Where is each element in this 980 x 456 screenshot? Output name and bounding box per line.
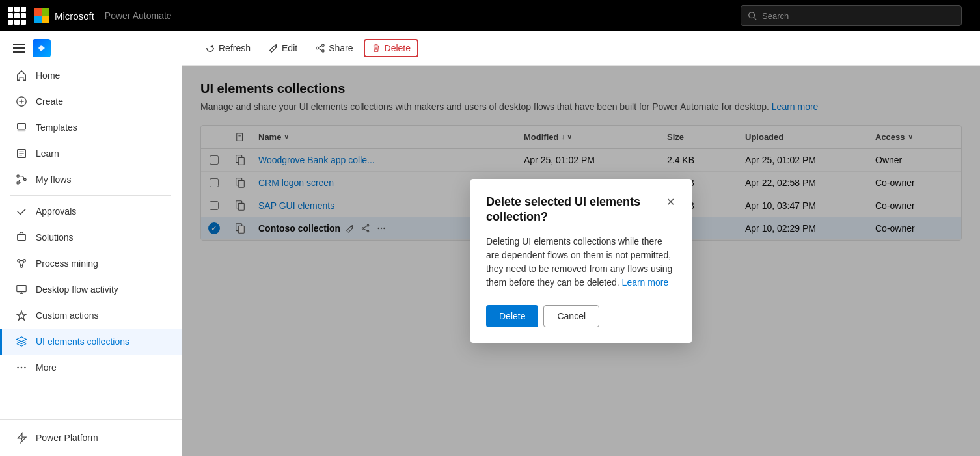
page-body: UI elements collections Manage and share… [182, 66, 980, 456]
sidebar-item-create[interactable]: Create [0, 88, 182, 114]
refresh-button[interactable]: Refresh [198, 39, 258, 57]
learn-icon [15, 147, 28, 160]
svg-point-27 [322, 44, 325, 47]
action-toolbar: Refresh Edit Share [182, 31, 980, 66]
approvals-icon [15, 205, 28, 218]
home-icon [15, 69, 28, 82]
sidebar-nav: Home Create [0, 62, 182, 419]
search-box[interactable]: Search [741, 5, 962, 26]
dialog-overlay: Delete selected UI elements collection? … [182, 66, 980, 456]
svg-line-19 [19, 262, 21, 265]
dialog-learn-more-link[interactable]: Learn more [622, 277, 669, 288]
nav-divider-1 [10, 195, 171, 196]
svg-point-16 [23, 260, 26, 262]
top-navigation: Microsoft Power Automate Search [0, 0, 980, 31]
sidebar-item-my-flows[interactable]: My flows [0, 167, 182, 193]
templates-icon [15, 121, 28, 134]
svg-point-26 [24, 367, 26, 369]
sidebar-item-templates[interactable]: Templates [0, 114, 182, 141]
lightning-icon [15, 431, 28, 444]
svg-point-13 [17, 182, 20, 185]
edit-button[interactable]: Edit [261, 39, 305, 57]
desktop-icon [15, 283, 28, 296]
sidebar: Home Create [0, 31, 182, 456]
sidebar-item-home[interactable]: Home [0, 62, 182, 88]
sidebar-item-desktop-flow[interactable]: Desktop flow activity [0, 276, 182, 302]
svg-line-1 [754, 18, 757, 20]
svg-point-29 [322, 50, 325, 53]
app-name: Power Automate [105, 10, 172, 21]
sidebar-item-custom-actions[interactable]: Custom actions [0, 302, 182, 329]
sidebar-item-power-platform[interactable]: Power Platform [0, 425, 182, 451]
svg-line-30 [319, 46, 322, 48]
search-placeholder: Search [762, 11, 955, 21]
sidebar-item-ui-elements[interactable]: UI elements collections [0, 329, 182, 355]
sidebar-item-learn[interactable]: Learn [0, 141, 182, 167]
solutions-icon [15, 231, 28, 244]
edit-icon [269, 44, 278, 53]
layers-icon [15, 335, 28, 348]
more-icon [15, 361, 28, 374]
sidebar-item-process-mining[interactable]: Process mining [0, 250, 182, 276]
svg-point-17 [20, 265, 23, 268]
sidebar-item-more[interactable]: More [0, 355, 182, 381]
dialog-close-button[interactable]: ✕ [665, 194, 676, 209]
svg-point-15 [18, 260, 20, 262]
refresh-icon [206, 44, 215, 53]
custom-icon [15, 309, 28, 322]
waffle-menu[interactable] [8, 7, 26, 25]
process-icon [15, 257, 28, 270]
main-content: Refresh Edit Share [182, 31, 980, 456]
dialog-delete-button[interactable]: Delete [486, 305, 538, 327]
share-button[interactable]: Share [308, 39, 361, 57]
sidebar-header [0, 34, 182, 62]
create-icon [15, 95, 28, 108]
svg-point-28 [316, 47, 319, 49]
sidebar-item-approvals[interactable]: Approvals [0, 198, 182, 224]
search-icon [748, 11, 757, 20]
share-icon [316, 44, 325, 53]
microsoft-logo: Microsoft [34, 8, 94, 23]
flows-icon [15, 173, 28, 186]
sidebar-item-solutions[interactable]: Solutions [0, 224, 182, 250]
svg-point-11 [17, 175, 20, 178]
power-automate-icon [33, 39, 51, 57]
svg-point-24 [17, 367, 19, 369]
svg-point-25 [21, 367, 23, 369]
dialog-footer: Delete Cancel [486, 305, 676, 327]
svg-rect-21 [17, 286, 26, 292]
delete-dialog: Delete selected UI elements collection? … [470, 179, 692, 343]
dialog-cancel-button[interactable]: Cancel [543, 305, 599, 327]
dialog-header: Delete selected UI elements collection? … [486, 194, 676, 225]
svg-line-31 [319, 49, 322, 51]
delete-button[interactable]: Delete [364, 39, 418, 57]
sidebar-bottom: Power Platform [0, 419, 182, 456]
dialog-body: Deleting UI elements collections while t… [486, 235, 676, 289]
svg-rect-5 [18, 124, 26, 129]
dialog-title: Delete selected UI elements collection? [486, 194, 665, 225]
brand-name: Microsoft [55, 10, 94, 21]
delete-icon [372, 44, 381, 53]
hamburger-menu[interactable] [10, 41, 27, 55]
svg-line-20 [22, 262, 25, 265]
svg-rect-14 [18, 235, 26, 241]
svg-point-0 [749, 12, 755, 18]
